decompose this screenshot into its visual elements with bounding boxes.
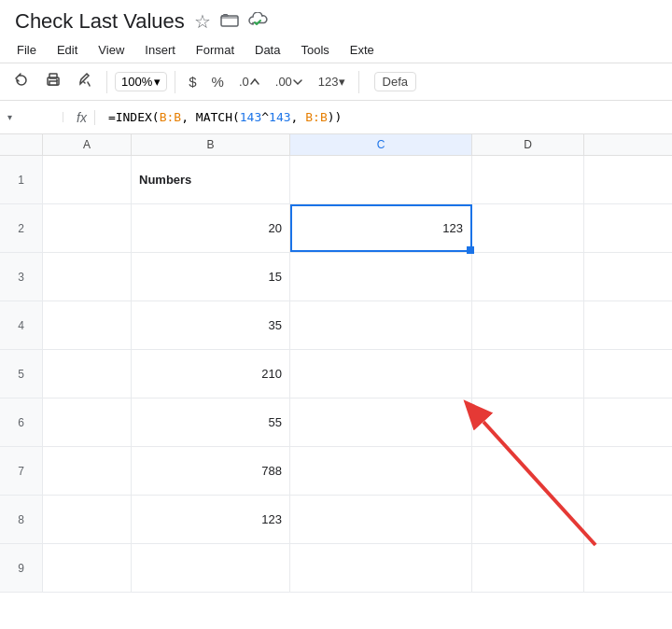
formula-b1: B:B	[160, 110, 181, 124]
cell-b2[interactable]: 20	[132, 204, 290, 252]
svg-rect-2	[49, 74, 57, 78]
cell-d7[interactable]	[472, 447, 584, 495]
cell-b5[interactable]: 210	[132, 350, 290, 398]
zoom-arrow: ▾	[154, 75, 161, 89]
table-row: 2 20 123	[0, 204, 672, 253]
percent-button[interactable]: %	[206, 70, 230, 93]
cell-c9[interactable]	[290, 544, 472, 592]
currency-button[interactable]: $	[183, 70, 202, 93]
cell-b1[interactable]: Numbers	[132, 156, 290, 203]
menu-extensions[interactable]: Exte	[341, 39, 384, 61]
cell-a3[interactable]	[43, 253, 132, 301]
cell-c8[interactable]	[290, 496, 472, 543]
table-row: 9	[0, 544, 672, 593]
decimal-more-button[interactable]: .00	[270, 73, 309, 91]
formula-index: =INDEX(	[108, 110, 160, 124]
cell-b7[interactable]: 788	[132, 447, 290, 495]
cell-a7[interactable]	[43, 447, 132, 495]
number-format-button[interactable]: 123▾	[313, 73, 351, 91]
formula-caret: ^	[261, 110, 269, 124]
table-row: 4 35	[0, 301, 672, 350]
cloud-icon[interactable]	[248, 12, 269, 32]
cell-b3[interactable]: 15	[132, 253, 290, 301]
cell-c4[interactable]	[290, 301, 472, 349]
cell-b6[interactable]: 55	[132, 398, 290, 446]
cell-reference-box: ▾	[7, 112, 63, 122]
toolbar: 100% ▾ $ % .0 .00 123▾ Defa	[0, 63, 672, 101]
cell-d8[interactable]	[472, 496, 584, 543]
menu-edit[interactable]: Edit	[48, 39, 87, 61]
formula-close: ))	[328, 110, 343, 124]
cell-a2[interactable]	[43, 204, 132, 252]
row-number[interactable]: 8	[0, 496, 43, 543]
corner-spacer	[0, 134, 43, 155]
row-number[interactable]: 6	[0, 398, 43, 446]
cell-d1[interactable]	[472, 156, 584, 203]
star-icon[interactable]: ☆	[194, 10, 211, 33]
zoom-selector[interactable]: 100% ▾	[115, 72, 167, 91]
decimal-less-button[interactable]: .0	[233, 73, 266, 91]
row-number[interactable]: 7	[0, 447, 43, 495]
formula-comma1: , MATCH(	[181, 110, 240, 124]
row-number[interactable]: 3	[0, 253, 43, 301]
cell-a4[interactable]	[43, 301, 132, 349]
cell-c3[interactable]	[290, 253, 472, 301]
cell-a6[interactable]	[43, 398, 132, 446]
cell-b8[interactable]: 123	[132, 496, 290, 543]
cell-c1[interactable]	[290, 156, 472, 203]
col-header-a[interactable]: A	[43, 134, 132, 155]
formula-b2: B:B	[305, 110, 327, 124]
cell-a1[interactable]	[43, 156, 132, 203]
row-number[interactable]: 2	[0, 204, 43, 252]
column-headers: A B C D	[0, 134, 672, 156]
menu-bar: File Edit View Insert Format Data Tools …	[0, 37, 672, 63]
cell-a5[interactable]	[43, 350, 132, 398]
cell-c5[interactable]	[290, 350, 472, 398]
cell-a8[interactable]	[43, 496, 132, 543]
row-number[interactable]: 1	[0, 156, 43, 203]
menu-data[interactable]: Data	[245, 39, 289, 61]
menu-file[interactable]: File	[7, 39, 46, 61]
cell-b4[interactable]: 35	[132, 301, 290, 349]
cell-d9[interactable]	[472, 544, 584, 592]
menu-tools[interactable]: Tools	[291, 39, 338, 61]
print-button[interactable]	[39, 68, 67, 96]
cell-d2[interactable]	[472, 204, 584, 252]
cell-d4[interactable]	[472, 301, 584, 349]
cell-c2[interactable]: 123	[290, 204, 472, 252]
row-number[interactable]: 4	[0, 301, 43, 349]
formula-content: =INDEX(B:B, MATCH(143^143, B:B))	[101, 110, 343, 124]
menu-insert[interactable]: Insert	[135, 39, 185, 61]
cell-d6[interactable]	[472, 398, 584, 446]
spreadsheet-wrapper: A B C D 1 Numbers 2 20 123 3	[0, 134, 672, 593]
separator-1	[106, 71, 107, 93]
fill-handle[interactable]	[467, 246, 474, 254]
cell-c7[interactable]	[290, 447, 472, 495]
col-header-d[interactable]: D	[472, 134, 584, 155]
document-title: Check Last Values	[15, 9, 185, 34]
menu-view[interactable]: View	[89, 39, 133, 61]
menu-format[interactable]: Format	[187, 39, 244, 61]
undo-button[interactable]	[7, 68, 35, 96]
col-header-c[interactable]: C	[290, 134, 472, 155]
separator-3	[358, 71, 359, 93]
cell-d3[interactable]	[472, 253, 584, 301]
cell-c6[interactable]	[290, 398, 472, 446]
table-row: 7 788	[0, 447, 672, 496]
paint-format-button[interactable]	[71, 68, 99, 96]
table-row: 8 123	[0, 496, 672, 544]
cell-ref-dropdown[interactable]: ▾	[7, 112, 12, 122]
title-icons: ☆	[194, 10, 269, 33]
font-selector[interactable]: Defa	[374, 72, 416, 91]
cell-b9[interactable]	[132, 544, 290, 592]
folder-icon[interactable]	[220, 12, 239, 32]
row-number[interactable]: 5	[0, 350, 43, 398]
cell-a9[interactable]	[43, 544, 132, 592]
selected-value: 123	[442, 221, 463, 235]
row-number[interactable]: 9	[0, 544, 43, 592]
table-row: 1 Numbers	[0, 156, 672, 204]
col-header-b[interactable]: B	[132, 134, 290, 155]
formula-comma2: ,	[291, 110, 306, 124]
table-row: 3 15	[0, 253, 672, 301]
cell-d5[interactable]	[472, 350, 584, 398]
